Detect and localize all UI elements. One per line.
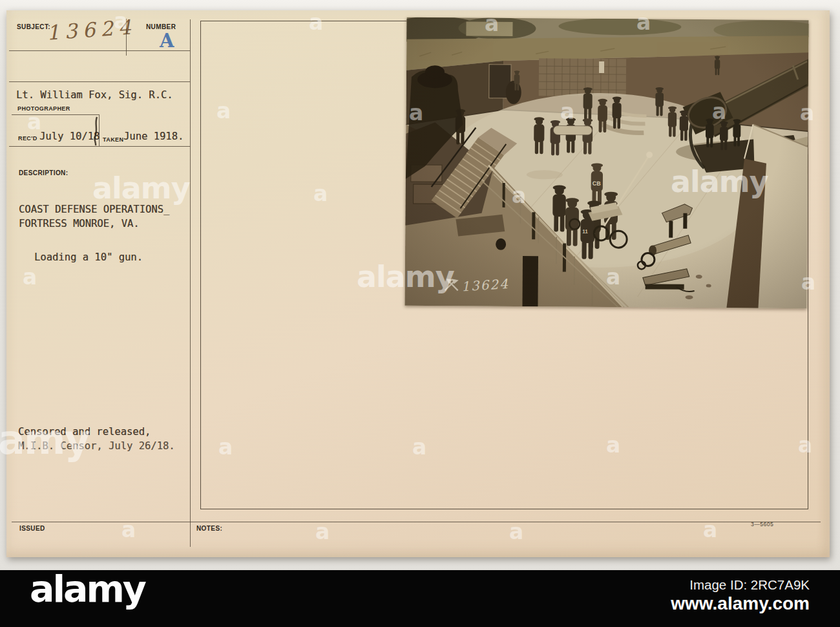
rule-line [9,81,190,82]
issued-label: ISSUED [19,525,45,532]
taken-label: TAKEN [103,136,123,143]
taken-date: June 1918. [123,131,184,142]
notes-label: NOTES: [196,525,222,532]
rule-line [12,114,99,115]
rule-line [12,522,821,522]
subject-number-handwritten: 13624 [46,15,137,45]
censor-line1: Censored and released, [18,426,151,438]
rule-line [9,50,190,51]
photographer-name: Lt. William Fox, Sig. R.C. [16,89,173,101]
alamy-logo: alamy [30,568,145,610]
alamy-url: www.alamy.com [671,593,810,614]
number-value-stamp: A [160,30,174,52]
image-id-text: Image ID: 2RC7A9K [689,577,810,593]
description-label: DESCRIPTION: [19,169,68,176]
description-loading-line: Loading a 10" gun. [34,251,143,263]
description-line2: FORTRESS MONROE, VA. [19,218,140,229]
received-label: REC'D [18,135,37,142]
photographer-label: PHOTOGRAPHER [17,105,70,112]
pen-mark [90,116,103,147]
alamy-stock-page: SUBJECT: 13624 NUMBER A Lt. William Fox,… [0,0,840,627]
description-line1: COAST DEFENSE OPERATIONS_ [19,204,169,215]
rule-line [190,19,191,547]
photo-illustration: CB 11 13624 [404,17,808,308]
photograph: CB 11 13624 [404,17,808,308]
censor-line2: M.I.B. Censor, July 26/18. [18,440,175,452]
photo-index-card: SUBJECT: 13624 NUMBER A Lt. William Fox,… [6,10,830,557]
form-number: 3—5605 [751,521,773,527]
alamy-footer-bar: alamy Image ID: 2RC7A9K www.alamy.com [0,570,840,627]
